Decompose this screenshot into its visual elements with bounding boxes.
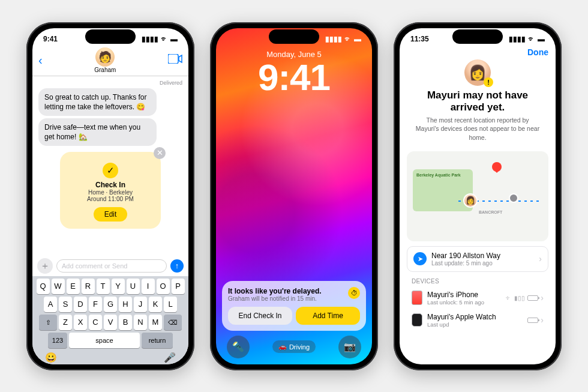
key[interactable]: F bbox=[89, 297, 102, 312]
status-time: 11:35 bbox=[410, 35, 429, 43]
lock-time: 9:41 bbox=[216, 59, 372, 96]
message-bubble[interactable]: So great to catch up. Thanks for letting… bbox=[38, 88, 157, 116]
alert-title: Mayuri may not have arrived yet. bbox=[414, 89, 541, 114]
device-title: Mayuri's Apple Watch bbox=[427, 313, 523, 321]
space-key[interactable]: space bbox=[69, 333, 140, 348]
alert-subtitle: The most recent location reported by May… bbox=[414, 116, 541, 142]
car-icon: 🚗 bbox=[278, 343, 287, 351]
battery-icon: ▬ bbox=[354, 35, 361, 43]
signal-icon: ▮▯▯ bbox=[514, 295, 525, 301]
checkin-destination: Home · Berkeley bbox=[66, 189, 155, 196]
key[interactable]: W bbox=[52, 279, 65, 294]
battery-icon: ▬ bbox=[538, 35, 545, 43]
wifi-icon: ᯤ bbox=[506, 295, 512, 301]
contact-avatar[interactable]: 🧑 bbox=[95, 47, 115, 67]
facetime-button[interactable] bbox=[168, 54, 182, 66]
location-row[interactable]: ➤ Near 190 Allston Way Last update: 5 mi… bbox=[407, 246, 548, 272]
iphone-icon bbox=[412, 291, 422, 305]
back-button[interactable]: ‹ bbox=[38, 53, 43, 67]
messages-header: ‹ 🧑 Graham bbox=[32, 46, 188, 76]
map-pin-device-icon[interactable] bbox=[509, 193, 518, 203]
map-pin-home-icon[interactable] bbox=[492, 162, 502, 172]
key[interactable]: L bbox=[164, 297, 177, 312]
device-row[interactable]: Mayuri's Apple Watch Last upd › bbox=[400, 309, 556, 331]
key[interactable]: A bbox=[44, 297, 57, 312]
key[interactable]: B bbox=[119, 315, 132, 330]
compose-bar: ＋ Add comment or Send ↑ bbox=[32, 256, 188, 276]
message-input[interactable]: Add comment or Send bbox=[56, 259, 167, 273]
focus-pill[interactable]: 🚗 Driving bbox=[272, 340, 316, 353]
checkin-card[interactable]: ✕ ✓ Check In Home · Berkeley Around 11:0… bbox=[60, 152, 161, 229]
return-key[interactable]: return bbox=[142, 333, 173, 348]
signal-icon: ▮▮▮▮ bbox=[142, 35, 158, 43]
close-icon[interactable]: ✕ bbox=[154, 147, 166, 159]
signal-icon: ▮▮▮▮ bbox=[325, 35, 342, 43]
key[interactable]: R bbox=[82, 279, 95, 294]
signal-icon: ▮▮▮▮ bbox=[509, 35, 526, 43]
key[interactable]: Z bbox=[59, 315, 72, 330]
add-time-button[interactable]: Add Time bbox=[296, 307, 360, 325]
key[interactable]: D bbox=[74, 297, 87, 312]
key[interactable]: N bbox=[134, 315, 147, 330]
key[interactable]: V bbox=[104, 315, 117, 330]
checkin-badge-icon: ✓ bbox=[103, 163, 118, 178]
dictation-button[interactable]: 🎤 bbox=[164, 352, 176, 363]
dynamic-island bbox=[85, 29, 136, 44]
delay-subtitle: Graham will be notified in 15 min. bbox=[228, 295, 322, 302]
battery-icon bbox=[527, 318, 538, 323]
key[interactable]: K bbox=[149, 297, 162, 312]
key[interactable]: I bbox=[142, 279, 155, 294]
device-sub: Last unlock: 5 min ago bbox=[427, 299, 501, 306]
send-button[interactable]: ↑ bbox=[170, 259, 184, 273]
checkin-title: Check In bbox=[66, 181, 155, 189]
chevron-right-icon: › bbox=[541, 315, 544, 325]
dynamic-island bbox=[452, 29, 503, 44]
wifi-icon: ᯤ bbox=[161, 35, 168, 43]
backspace-key[interactable]: ⌫ bbox=[164, 315, 182, 330]
chevron-right-icon: › bbox=[541, 293, 544, 303]
key[interactable]: U bbox=[127, 279, 140, 294]
battery-icon: ▬ bbox=[170, 35, 178, 43]
done-button[interactable]: Done bbox=[527, 47, 548, 57]
contact-name[interactable]: Graham bbox=[94, 67, 116, 73]
key[interactable]: H bbox=[119, 297, 132, 312]
end-checkin-button[interactable]: End Check In bbox=[228, 307, 292, 325]
focus-label: Driving bbox=[289, 343, 310, 351]
status-time: 9:41 bbox=[43, 35, 58, 43]
device-sub: Last upd bbox=[427, 321, 523, 328]
message-thread[interactable]: Delivered So great to catch up. Thanks f… bbox=[32, 76, 188, 256]
location-title: Near 190 Allston Way bbox=[431, 252, 534, 260]
camera-button[interactable]: 📷 bbox=[338, 336, 361, 358]
checkin-delay-notification[interactable]: It looks like you're delayed. Graham wil… bbox=[222, 281, 366, 331]
keyboard[interactable]: QWERTYUIOP ASDFGHJKL ⇧ZXCVBNM⌫ 123spacer… bbox=[32, 276, 188, 364]
key[interactable]: X bbox=[74, 315, 87, 330]
key[interactable]: E bbox=[67, 279, 80, 294]
emoji-button[interactable]: 😀 bbox=[45, 352, 57, 363]
phone-findmy-detail: 11:35 ▮▮▮▮ ᯤ ▬ Done 👩 Mayuri may not hav… bbox=[394, 22, 562, 370]
shift-key[interactable]: ⇧ bbox=[39, 315, 57, 330]
map-street-label: BANCROFT bbox=[479, 210, 502, 214]
wifi-icon: ᯤ bbox=[344, 35, 352, 43]
svg-rect-0 bbox=[168, 54, 178, 64]
key[interactable]: P bbox=[172, 279, 185, 294]
message-bubble[interactable]: Drive safe—text me when you get home! 🏡 bbox=[38, 118, 157, 146]
key[interactable]: G bbox=[104, 297, 117, 312]
attach-button[interactable]: ＋ bbox=[37, 258, 53, 274]
wifi-icon: ᯤ bbox=[528, 35, 535, 43]
key[interactable]: S bbox=[59, 297, 72, 312]
key[interactable]: J bbox=[134, 297, 147, 312]
key[interactable]: M bbox=[149, 315, 162, 330]
map-pin-person-icon[interactable]: 👩 bbox=[463, 193, 478, 208]
phone-lockscreen: ▮▮▮▮ ᯤ ▬ Monday, June 5 9:41 It looks li… bbox=[210, 22, 378, 370]
key[interactable]: Q bbox=[37, 279, 50, 294]
numbers-key[interactable]: 123 bbox=[48, 333, 67, 348]
key[interactable]: Y bbox=[112, 279, 125, 294]
key[interactable]: O bbox=[157, 279, 170, 294]
checkin-edit-button[interactable]: Edit bbox=[94, 207, 128, 222]
phone-messages: 9:41 ▮▮▮▮ ᯤ ▬ ‹ 🧑 Graham Delivered So gr… bbox=[26, 22, 194, 370]
device-row[interactable]: Mayuri's iPhone Last unlock: 5 min ago ᯤ… bbox=[400, 287, 556, 309]
flashlight-button[interactable]: 🔦 bbox=[227, 336, 250, 358]
key[interactable]: T bbox=[97, 279, 110, 294]
location-map[interactable]: Berkeley Aquatic Park BANCROFT 👩 bbox=[407, 151, 548, 241]
key[interactable]: C bbox=[89, 315, 102, 330]
